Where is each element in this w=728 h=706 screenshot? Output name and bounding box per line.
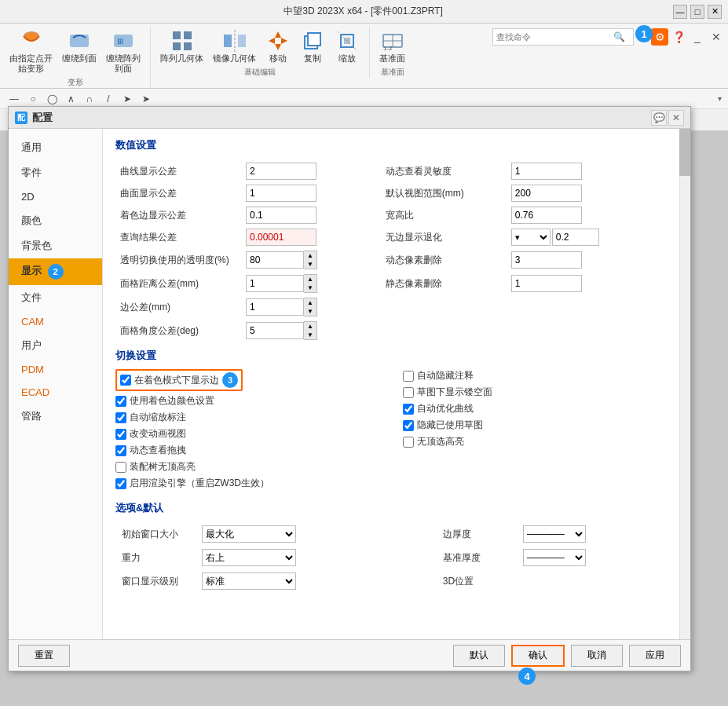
transparency-input[interactable] (246, 251, 304, 269)
restore-button[interactable]: □ (690, 5, 704, 19)
scrollbar-thumb[interactable] (679, 129, 690, 176)
mesh-dist-up[interactable]: ▲ (304, 275, 316, 283)
query-tol-input[interactable] (246, 229, 316, 246)
sidebar-item-file[interactable]: 文件 (9, 285, 102, 310)
sidebar-item-display[interactable]: 显示 2 (9, 258, 102, 285)
sidebar-item-part[interactable]: 零件 (9, 160, 102, 185)
ribbon-item-deform-start[interactable]: 由指定点开始变形 (6, 27, 56, 75)
mesh-dist-input[interactable] (246, 275, 304, 292)
shade-edge-tol-input[interactable] (246, 207, 316, 224)
transparency-up[interactable]: ▲ (304, 251, 316, 260)
default-button[interactable]: 默认 (453, 645, 505, 667)
hide-used-sketch-label: 隐藏已使用草图 (417, 419, 483, 432)
edge-tol-down[interactable]: ▼ (304, 307, 316, 316)
help-icon-button[interactable]: ❓ (670, 28, 687, 46)
sketch-tool-6[interactable]: / (101, 91, 116, 107)
auto-hide-anno-checkbox[interactable] (403, 371, 414, 382)
mesh-dist-down[interactable]: ▼ (304, 283, 316, 292)
wrap-array-label: 缠绕阵列到面 (106, 53, 141, 74)
show-edge-checkbox[interactable] (120, 375, 131, 386)
cancel-button[interactable]: 取消 (571, 645, 623, 667)
transparency-cell: ▲ ▼ (241, 248, 381, 272)
sidebar-item-pipe[interactable]: 管路 (9, 404, 102, 429)
no-top-highlight-checkbox[interactable] (115, 462, 126, 473)
mesh-angle-down[interactable]: ▼ (304, 331, 316, 339)
sidebar-item-ecad[interactable]: ECAD (9, 381, 102, 404)
ribbon-item-move[interactable]: 移动 (262, 27, 294, 65)
transparency-down[interactable]: ▼ (304, 260, 316, 269)
render-engine-checkbox[interactable] (115, 478, 126, 489)
search-icon[interactable]: 🔍 (611, 29, 627, 45)
dynamic-pixel-input[interactable] (511, 251, 582, 269)
svg-marker-11 (238, 35, 246, 47)
sidebar-item-pdm[interactable]: PDM (9, 358, 102, 381)
apply-button[interactable]: 应用 (629, 645, 681, 667)
sketch-tool-1[interactable]: — (6, 91, 22, 107)
aspect-ratio-input[interactable] (511, 207, 582, 224)
edge-tol-input[interactable] (246, 298, 304, 316)
scrollbar-track[interactable] (679, 129, 690, 639)
sketch-tool-4[interactable]: ∧ (63, 91, 79, 107)
sketch-tool-5[interactable]: ∩ (82, 91, 97, 107)
wrap-label: 缠绕到面 (62, 53, 97, 64)
sidebar-item-general[interactable]: 通用 (9, 135, 102, 160)
ribbon-item-wrap-array[interactable]: ⊞ 缠绕阵列到面 (103, 27, 144, 75)
dynamic-sens-input[interactable] (511, 163, 582, 180)
search-input[interactable] (493, 32, 611, 42)
settings-icon-button[interactable]: ⚙ (651, 28, 668, 46)
auto-opt-curve-checkbox[interactable] (403, 404, 414, 415)
edge-thickness-select[interactable]: ———— (523, 525, 586, 543)
reset-button[interactable]: 重置 (18, 645, 70, 667)
sidebar-item-color[interactable]: 颜色 (9, 208, 102, 233)
window-display-select[interactable]: 标准 (202, 572, 296, 590)
sketch-tool-7[interactable]: ➤ (119, 91, 135, 107)
ribbon-item-datum-plane[interactable]: 1-2 基准面 (376, 27, 408, 65)
dialog-chat-btn[interactable]: 💬 (651, 110, 667, 126)
mesh-angle-up[interactable]: ▲ (304, 322, 316, 331)
confirm-button[interactable]: 确认 (511, 645, 565, 667)
ribbon-item-copy[interactable]: 复制 (297, 27, 328, 65)
sidebar-item-bgcolor[interactable]: 背景色 (9, 233, 102, 258)
static-pixel-input[interactable] (511, 275, 582, 292)
use-shade-color-checkbox[interactable] (115, 396, 126, 407)
sidebar-item-cam[interactable]: CAM (9, 310, 102, 333)
surface-tol-input[interactable] (246, 185, 316, 202)
change-animation-checkbox[interactable] (115, 429, 126, 440)
sketch-tool-8[interactable]: ➤ (138, 91, 154, 107)
no-vertex-highlight-checkbox[interactable] (403, 437, 414, 448)
show-hollow-label: 草图下显示镂空面 (417, 386, 492, 399)
default-view-input[interactable] (511, 185, 582, 202)
sketch-tool-3[interactable]: ◯ (44, 91, 60, 107)
show-hollow-checkbox[interactable] (403, 387, 414, 398)
sidebar-item-2d[interactable]: 2D (9, 185, 102, 208)
expand-arrow[interactable]: ▾ (718, 94, 722, 103)
sketch-tool-2[interactable]: ○ (25, 91, 41, 107)
ribbon-close-button[interactable]: ✕ (708, 28, 725, 46)
initial-window-select[interactable]: 最大化 (202, 525, 296, 543)
datum-thickness-select[interactable]: ———— (523, 549, 586, 566)
close-button[interactable]: ✕ (708, 5, 722, 19)
mesh-angle-input[interactable] (246, 322, 304, 339)
minimize-ribbon-button[interactable]: _ (689, 28, 706, 46)
hide-used-sketch-checkbox[interactable] (403, 420, 414, 431)
annotation-4: 4 (518, 668, 536, 685)
sidebar-item-user[interactable]: 用户 (9, 333, 102, 358)
svg-rect-20 (344, 38, 350, 44)
ribbon-item-scale[interactable]: 缩放 (331, 27, 363, 65)
curve-tol-input[interactable] (246, 163, 316, 180)
ribbon-item-mirror[interactable]: 镜像几何体 (210, 27, 259, 65)
gravity-select[interactable]: 右上 (202, 549, 296, 566)
scale-icon (335, 28, 360, 53)
edge-tol-up[interactable]: ▲ (304, 298, 316, 307)
dialog-close-btn[interactable]: ✕ (668, 110, 684, 126)
window-display-cell: 标准 (197, 570, 419, 592)
auto-scale-checkbox[interactable] (115, 412, 126, 423)
no-edge-degrade-select[interactable]: ▾ (511, 229, 551, 246)
dynamic-view-checkbox[interactable] (115, 445, 126, 456)
ribbon-item-array[interactable]: 阵列几何体 (157, 27, 207, 65)
minimize-button[interactable]: — (673, 5, 687, 19)
no-edge-degrade-input[interactable] (552, 229, 599, 246)
checkbox-auto-opt-curve: 自动优化曲线 (403, 402, 675, 415)
ribbon-item-wrap[interactable]: 缠绕到面 (59, 27, 100, 75)
edge-tol-spinner: ▲ ▼ (304, 298, 317, 316)
